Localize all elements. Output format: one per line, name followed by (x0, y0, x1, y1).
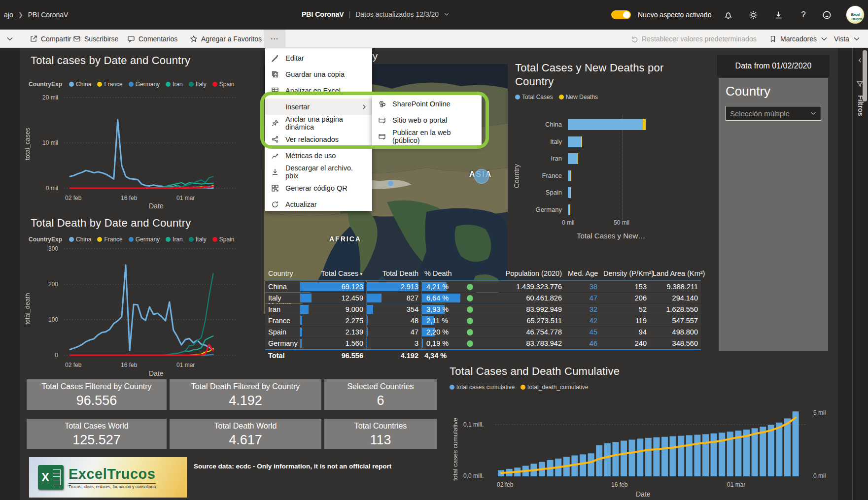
card-total-cases-world[interactable]: Total Cases World125.527 (27, 419, 167, 449)
chevron-down-icon[interactable] (444, 11, 450, 17)
scrollbar-thumb[interactable] (863, 50, 867, 101)
bar-iran[interactable] (568, 153, 578, 164)
chart-cumulative[interactable]: Total Cases and Death Cumulative total c… (444, 362, 833, 500)
legend-item[interactable]: France (97, 236, 122, 243)
new-look-toggle[interactable] (611, 10, 631, 19)
card-total-cases-filtered-by-country[interactable]: Total Cases Filtered by Country96.556 (27, 379, 167, 410)
x-tick: 02 feb (65, 195, 81, 201)
legend-item[interactable]: Germany (129, 236, 160, 243)
legend-item[interactable]: Italy (189, 236, 207, 243)
table-row-germany[interactable]: Germany1.56030,19 %83.783.94246240348.56… (265, 338, 701, 349)
legend-item[interactable]: Italy (189, 81, 207, 88)
bar-tip-germany[interactable] (569, 204, 570, 215)
menu-item-actualizar[interactable]: Actualizar (265, 196, 372, 212)
kpi-cards-world: Total Cases World125.527Total Death Worl… (27, 419, 437, 449)
y-axis-title: total_cases (24, 109, 31, 178)
legend-item[interactable]: total cases cumulative (450, 384, 515, 391)
chart-cases-deaths-by-country[interactable]: Total Cases y New Deaths por Country Tot… (513, 55, 720, 292)
slicer-title: Country (726, 84, 821, 99)
table-row-italy[interactable]: Italy12.4598276,64 %60.461.82647206294.1… (265, 293, 701, 303)
pages-chevron-icon[interactable] (6, 30, 14, 48)
menu-item-anclar-una-p-gina-din-mica[interactable]: Anclar una página dinámica (265, 115, 372, 131)
chart-total-cases-by-date[interactable]: Total cases by Date and Country CountryE… (20, 50, 251, 208)
bar-tip-italy[interactable] (581, 136, 582, 147)
chart-legend: CountryExpChinaFranceGermanyIranItalySpa… (29, 81, 235, 88)
bar-tip-spain[interactable] (570, 187, 571, 198)
menu-item-guardar-una-copia[interactable]: Guardar una copia (265, 66, 372, 82)
table-header[interactable]: % Death (421, 269, 464, 277)
data-updated-status[interactable]: Datos actualizados 12/3/20 (355, 10, 439, 18)
x-tick: 16 feb (611, 481, 627, 488)
favorites-button[interactable]: Agregar a Favoritos (190, 30, 262, 48)
metrics-icon (271, 152, 279, 160)
feedback-smiley-icon[interactable] (821, 9, 832, 20)
pencil-icon (271, 54, 279, 62)
more-options-button[interactable]: ⋯ (264, 30, 285, 48)
bookmarks-button[interactable]: Marcadores (769, 30, 828, 48)
share-button[interactable]: Compartir (30, 30, 71, 48)
legend-item[interactable]: total_death_cumulative (521, 384, 588, 391)
table-header[interactable]: Country (265, 269, 300, 277)
reset-defaults-button[interactable]: Restablecer valores predeterminados (630, 30, 757, 48)
comments-button[interactable]: Comentarios (127, 30, 177, 48)
sharepoint-icon (378, 100, 386, 108)
submenu-item-sharepoint-online[interactable]: SharePoint Online (372, 96, 482, 112)
notifications-bell-icon[interactable] (723, 9, 733, 20)
bar-italy[interactable] (568, 136, 581, 147)
legend-item[interactable]: Spain (212, 236, 235, 243)
chevron-down-icon (810, 110, 817, 117)
legend-item[interactable]: Germany (129, 81, 160, 88)
card-total-countries[interactable]: Total Countries113 (324, 419, 437, 449)
card-selected-countries[interactable]: Selected Countries6 (324, 379, 437, 410)
bar-tip-iran[interactable] (578, 153, 579, 164)
bar-china[interactable] (568, 119, 643, 130)
legend-item[interactable]: France (97, 81, 122, 88)
x-tick: 02 feb (497, 481, 513, 488)
menu-item-generar-c-digo-qr[interactable]: Generar código QR (265, 180, 372, 196)
chart-total-death-by-date[interactable]: Total Death by Date and Country CountryE… (20, 208, 251, 380)
bar-category-label: China (513, 121, 562, 128)
legend-item[interactable]: New Deaths (559, 94, 598, 100)
map-bubble-china[interactable] (474, 169, 489, 184)
menu-item-descargar-el-archivo-pbix[interactable]: Descargar el archivo. pbix (265, 164, 372, 180)
legend-item[interactable]: China (69, 236, 91, 243)
menu-item-ver-relacionados[interactable]: Ver relacionados (265, 131, 372, 147)
breadcrumb-workspace[interactable]: ajo (4, 11, 13, 19)
submenu-item-publicar-en-la-web-p-blico-[interactable]: Publicar en la web (público) (372, 128, 482, 144)
chart-title: Total cases by Date and Country (31, 54, 190, 67)
qr-icon (271, 184, 279, 192)
table-row-france[interactable]: France2.275482,11 %65.273.51142119547.55… (265, 315, 701, 326)
menu-item-editar[interactable]: Editar (265, 50, 372, 66)
table-row-spain[interactable]: Spain2.139472,20 %46.754.7784594498.800 (265, 327, 701, 337)
download-icon[interactable] (773, 9, 784, 20)
subscribe-button[interactable]: Suscribirse (73, 30, 118, 48)
slicer-dropdown[interactable]: Selección múltiple (726, 106, 821, 121)
source-note: Source data: ecdc - Only information, it… (194, 463, 391, 470)
table-header[interactable]: Total Death (366, 269, 421, 277)
breadcrumb-report[interactable]: PBI CoronaV (28, 11, 69, 19)
legend-item[interactable]: Total Cases (515, 94, 553, 100)
legend-item[interactable]: Spain (212, 81, 235, 88)
legend-item[interactable]: Iran (166, 236, 183, 243)
table-row-iran[interactable]: Iran9.0003543,93 %83.992.94932521.628.55… (265, 304, 701, 315)
settings-gear-icon[interactable] (748, 9, 759, 20)
bar-tip-france[interactable] (570, 170, 571, 181)
submenu-item-sitio-web-o-portal[interactable]: Sitio web o portal (372, 112, 482, 128)
help-icon[interactable]: ? (798, 9, 809, 20)
map-bubble-small[interactable] (387, 180, 394, 187)
menu-item-m-tricas-de-uso[interactable]: Métricas de uso (265, 147, 372, 164)
bookmark-icon (769, 35, 777, 43)
legend-item[interactable]: China (69, 81, 91, 88)
bar-tip-china[interactable] (643, 119, 646, 130)
user-avatar[interactable]: ExcelTrucos (846, 5, 865, 24)
card-total-death-filtered-by-country[interactable]: Total Death Filtered by Country4.192 (170, 379, 321, 410)
menu-item-insertar[interactable]: Insertar (265, 99, 372, 115)
table-header[interactable]: Total Cases▼ (300, 269, 366, 277)
legend-item[interactable]: Iran (166, 81, 183, 88)
view-button[interactable]: Vista (834, 30, 861, 48)
menu-item-analizar-en-excel[interactable]: Analizar en Excel (265, 82, 372, 99)
card-total-death-world[interactable]: Total Death World4.617 (170, 419, 321, 449)
exceltrucos-logo[interactable]: X ExcelTrucos Trucos, ideas, enlaces, fo… (29, 457, 187, 498)
population-dot-icon (467, 295, 473, 301)
country-slicer: Country Selección múltiple (719, 78, 828, 351)
